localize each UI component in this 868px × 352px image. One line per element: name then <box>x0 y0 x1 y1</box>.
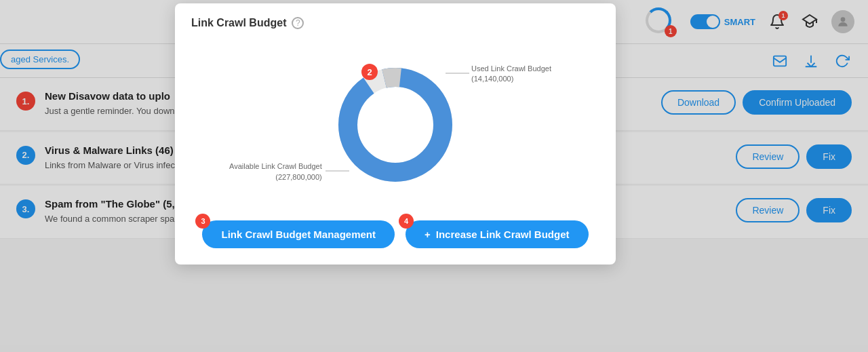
increase-link-crawl-budget-button[interactable]: + Increase Link Crawl Budget <box>406 220 589 248</box>
plus-icon: + <box>425 229 431 240</box>
btn2-wrapper: 4 + Increase Link Crawl Budget <box>406 220 589 248</box>
available-budget-label: Available Link Crawl Budget (227,800,000… <box>229 161 322 182</box>
btn1-wrapper: 3 Link Crawl Budget Management <box>202 220 395 248</box>
link-crawl-budget-popup: Link Crawl Budget ? 2 <box>175 3 616 265</box>
used-budget-label: Used Link Crawl Budget (14,140,000) <box>471 64 551 85</box>
svg-point-5 <box>348 77 443 172</box>
increase-crawl-budget-label: Increase Link Crawl Budget <box>436 229 570 240</box>
popup-title: Link Crawl Budget <box>191 17 286 29</box>
popup-overlay[interactable]: Link Crawl Budget ? 2 <box>0 0 868 352</box>
popup-buttons: 3 Link Crawl Budget Management 4 + Incre… <box>191 220 599 248</box>
help-icon[interactable]: ? <box>292 17 304 29</box>
donut-chart: 2 Used Link Crawl Budget (14,140,000) <box>328 57 463 193</box>
link-crawl-budget-management-button[interactable]: Link Crawl Budget Management <box>202 220 395 248</box>
step-2-badge: 2 <box>361 64 378 80</box>
chart-container: 2 Used Link Crawl Budget (14,140,000) <box>191 40 599 210</box>
step-4-badge: 4 <box>399 214 414 229</box>
popup-header: Link Crawl Budget ? <box>191 17 599 29</box>
